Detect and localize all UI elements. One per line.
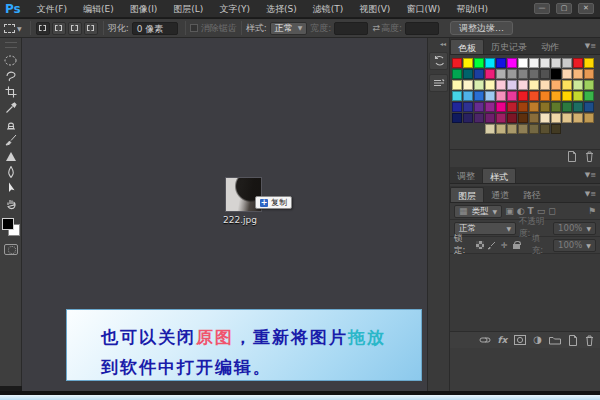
menu-layer[interactable]: 图层(L) xyxy=(165,0,211,18)
color-swatch[interactable] xyxy=(573,113,583,123)
color-swatch[interactable] xyxy=(474,113,484,123)
color-swatch[interactable] xyxy=(496,102,506,112)
color-swatch[interactable] xyxy=(551,124,561,134)
color-swatch[interactable] xyxy=(485,91,495,101)
new-layer-icon[interactable] xyxy=(568,335,578,346)
canvas-area[interactable]: + 复制 222.jpg 也可以关闭原图，重新将图片拖放 到软件中打开编辑。 xyxy=(22,38,427,391)
color-swatch[interactable] xyxy=(551,91,561,101)
color-swatch[interactable] xyxy=(573,58,583,68)
color-swatch[interactable] xyxy=(584,113,594,123)
adjustment-layer-icon[interactable]: ◑ xyxy=(533,335,542,345)
layer-mask-icon[interactable] xyxy=(514,335,526,345)
color-swatch[interactable] xyxy=(474,80,484,90)
color-swatch[interactable] xyxy=(540,69,550,79)
color-swatch[interactable] xyxy=(518,124,528,134)
layer-style-icon[interactable]: fx xyxy=(498,335,508,345)
color-swatch[interactable] xyxy=(507,69,517,79)
opacity-dropdown[interactable]: 100% ▼ xyxy=(553,222,596,235)
delete-swatch-icon[interactable] xyxy=(585,151,594,162)
color-swatch[interactable] xyxy=(507,113,517,123)
color-swatch[interactable] xyxy=(540,80,550,90)
color-swatch[interactable] xyxy=(474,69,484,79)
foreground-color-swatch[interactable] xyxy=(2,218,14,230)
layer-filter-dropdown[interactable]: ▦ 类型 ▼ xyxy=(454,205,502,218)
collapse-panels-icon[interactable]: ◂◂ xyxy=(440,40,446,47)
lasso-tool[interactable] xyxy=(1,68,21,84)
color-swatch[interactable] xyxy=(562,58,572,68)
lock-all-icon[interactable] xyxy=(512,240,521,250)
fill-dropdown[interactable]: 100% ▼ xyxy=(553,239,596,252)
menu-view[interactable]: 视图(V) xyxy=(351,0,398,18)
color-swatch[interactable] xyxy=(551,102,561,112)
menu-filter[interactable]: 滤镜(T) xyxy=(305,0,352,18)
color-swatch[interactable] xyxy=(496,69,506,79)
menu-file[interactable]: 文件(F) xyxy=(29,0,75,18)
color-swatch[interactable] xyxy=(496,80,506,90)
color-swatch[interactable] xyxy=(573,102,583,112)
crop-tool[interactable] xyxy=(1,84,21,100)
refine-edge-button[interactable]: 调整边缘… xyxy=(450,21,513,35)
color-swatch[interactable] xyxy=(496,113,506,123)
color-swatch[interactable] xyxy=(452,80,462,90)
color-swatch[interactable] xyxy=(507,80,517,90)
color-swatch[interactable] xyxy=(584,102,594,112)
selection-mode-new-button[interactable] xyxy=(36,22,50,35)
tab-actions[interactable]: 动作 xyxy=(534,39,566,54)
tab-layers[interactable]: 图层 xyxy=(450,187,484,202)
color-swatch[interactable] xyxy=(485,69,495,79)
width-input[interactable] xyxy=(334,22,368,35)
color-swatch[interactable] xyxy=(518,102,528,112)
color-swatch[interactable] xyxy=(529,113,539,123)
color-swatch[interactable] xyxy=(584,69,594,79)
color-swatch[interactable] xyxy=(452,58,462,68)
color-swatch[interactable] xyxy=(540,113,550,123)
tool-preset-picker[interactable]: ▼ xyxy=(0,24,26,33)
color-swatch[interactable] xyxy=(485,80,495,90)
gradient-tool[interactable] xyxy=(1,148,21,164)
pen-tool[interactable] xyxy=(1,164,21,180)
color-swatch[interactable] xyxy=(452,113,462,123)
color-swatch[interactable] xyxy=(463,58,473,68)
selection-mode-intersect-button[interactable] xyxy=(84,22,98,35)
menu-select[interactable]: 选择(S) xyxy=(258,0,305,18)
group-layers-icon[interactable] xyxy=(549,336,561,345)
color-swatch[interactable] xyxy=(474,58,484,68)
color-swatch[interactable] xyxy=(518,113,528,123)
menu-type[interactable]: 文字(Y) xyxy=(211,0,258,18)
color-swatch[interactable] xyxy=(584,80,594,90)
lock-image-pixels-icon[interactable] xyxy=(487,240,496,250)
swap-dimensions-icon[interactable]: ⇄ xyxy=(372,23,380,33)
feather-input[interactable]: 0 像素 xyxy=(132,22,178,35)
style-dropdown[interactable]: 正常▼ xyxy=(270,22,308,35)
color-swatch[interactable] xyxy=(496,58,506,68)
color-swatch[interactable] xyxy=(551,80,561,90)
menu-image[interactable]: 图像(I) xyxy=(122,0,166,18)
antialias-checkbox[interactable] xyxy=(190,24,198,32)
link-layers-icon[interactable] xyxy=(479,336,491,344)
color-swatch[interactable] xyxy=(518,80,528,90)
close-button[interactable]: ✕ xyxy=(578,3,594,14)
filter-pixel-layers-icon[interactable]: ▣ xyxy=(505,205,514,218)
lock-position-icon[interactable]: ✛ xyxy=(500,240,509,250)
color-swatch[interactable] xyxy=(452,69,462,79)
color-swatch[interactable] xyxy=(540,91,550,101)
color-swatch[interactable] xyxy=(529,58,539,68)
color-swatch[interactable] xyxy=(551,113,561,123)
color-swatch[interactable] xyxy=(507,124,517,134)
color-swatch[interactable] xyxy=(507,58,517,68)
color-swatch[interactable] xyxy=(507,102,517,112)
panel-menu-icon[interactable]: ▼≡ xyxy=(581,186,600,202)
color-swatch[interactable] xyxy=(562,69,572,79)
color-swatch[interactable] xyxy=(584,58,594,68)
color-swatch[interactable] xyxy=(463,69,473,79)
color-swatch[interactable] xyxy=(540,102,550,112)
color-swatch[interactable] xyxy=(496,91,506,101)
lock-transparent-pixels-icon[interactable] xyxy=(475,240,484,250)
menu-window[interactable]: 窗口(W) xyxy=(398,0,448,18)
selection-mode-add-button[interactable] xyxy=(52,22,66,35)
color-swatch[interactable] xyxy=(540,58,550,68)
color-swatch[interactable] xyxy=(485,124,495,134)
properties-panel-icon[interactable] xyxy=(429,74,448,92)
color-swatch[interactable] xyxy=(562,102,572,112)
color-swatch[interactable] xyxy=(518,69,528,79)
